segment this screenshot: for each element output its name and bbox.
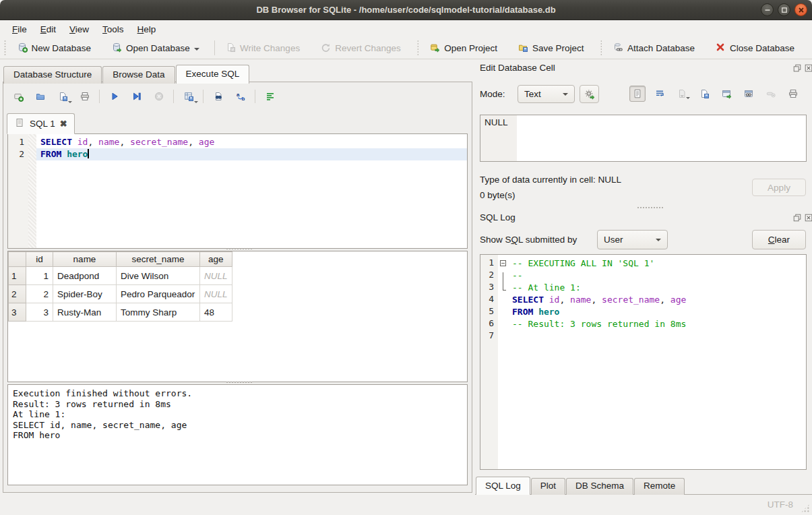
text-mode-button[interactable] [629,86,646,102]
cell-value-area[interactable] [517,115,806,161]
column-header-name[interactable]: name [53,252,117,267]
export-data-button[interactable] [718,86,735,102]
menu-file[interactable]: File [5,23,34,36]
sql-log-view[interactable]: 1234567 -- EXECUTING ALL IN 'SQL 1'---- … [480,254,807,470]
save-sql-file-button[interactable] [53,88,71,105]
execution-message[interactable]: Execution finished without errors. Resul… [7,384,468,485]
open-project-button[interactable]: Open Project [424,40,503,57]
menu-edit[interactable]: Edit [34,23,63,36]
window-title: DB Browser for SQLite - /home/user/code/… [0,0,812,20]
save-results-button[interactable] [179,88,197,105]
table-cell[interactable]: Dive Wilson [117,267,200,285]
column-header-secret_name[interactable]: secret_name [117,252,200,267]
find-button[interactable] [209,88,227,105]
corner-header[interactable] [9,252,26,267]
execute-current-line-button[interactable] [127,88,146,105]
revert-changes-icon [320,42,331,55]
menu-view[interactable]: View [63,23,96,36]
apply-button[interactable]: Apply [752,179,806,196]
open-database-button[interactable]: Open Database [106,40,205,57]
table-cell[interactable]: 1 [26,267,53,285]
float-panel-icon[interactable] [792,213,802,222]
column-header-age[interactable]: age [200,252,232,267]
close-button[interactable] [794,3,807,16]
close-database-icon [715,42,726,55]
print-cell-button[interactable] [785,86,801,102]
toolbar-drag-handle [417,40,419,56]
tab-browse-data[interactable]: Browse Data [102,66,175,84]
tab-execute-sql[interactable]: Execute SQL [176,65,250,84]
set-null-button[interactable] [763,86,779,102]
cell-type-info: Type of data currently in cell: NULL [480,175,621,185]
float-panel-icon[interactable] [792,63,802,73]
code-line: SELECT id, name, secret_name, age [36,136,467,148]
word-wrap-button[interactable] [652,86,668,102]
new-database-icon [17,42,28,55]
clear-log-button[interactable]: Clear [752,230,806,249]
open-in-external-button[interactable] [741,86,757,102]
save-project-button[interactable]: Save Project [512,40,590,57]
save-data-button[interactable] [696,86,712,102]
table-cell[interactable]: Rusty-Man [53,303,117,322]
sql-editor[interactable]: 12 SELECT id, name, secret_name, ageFROM… [7,133,468,249]
row-number[interactable]: 3 [9,303,26,322]
sql-log-dock-icons [792,213,812,222]
close-tab-icon[interactable]: ✖ [60,119,67,129]
log-filter-combobox[interactable]: User [597,230,668,249]
sql-doc-tab[interactable]: SQL 1 ✖ [7,113,75,134]
bottom-tab-remote[interactable]: Remote [634,478,685,495]
log-fold-margin [498,255,508,469]
table-cell[interactable]: NULL [200,267,232,285]
execute-all-button[interactable] [105,88,123,105]
mode-combobox[interactable]: Text [518,85,575,103]
revert-changes-button[interactable]: Revert Changes [315,40,406,57]
menu-tools[interactable]: Tools [96,23,131,36]
table-cell[interactable]: Deadpond [53,267,117,285]
format-sql-button[interactable] [261,88,279,105]
log-line-numbers: 1234567 [480,255,498,469]
attach-database-button[interactable]: Attach Database [607,40,700,57]
editor-line-numbers: 12 [8,134,28,248]
minimize-button[interactable] [761,3,774,16]
open-sql-file-button[interactable] [31,88,49,105]
fold-margin-cell [498,297,508,309]
fold-margin-cell [498,321,508,333]
import-data-button[interactable] [674,86,690,102]
table-cell[interactable]: NULL [200,285,232,303]
maximize-button[interactable] [778,3,790,16]
table-cell[interactable]: Tommy Sharp [117,303,200,322]
close-panel-icon[interactable] [804,213,812,222]
sql-editor-toolbar: ab [9,88,283,105]
bottom-tab-plot[interactable]: Plot [531,478,565,495]
print-sql-button[interactable] [75,88,94,105]
menu-help[interactable]: Help [131,23,163,36]
resize-grip-icon[interactable] [801,504,810,513]
row-number[interactable]: 2 [9,285,26,303]
tab-database-structure[interactable]: Database Structure [3,66,102,84]
stop-execution-button[interactable] [150,88,168,105]
edit-cell-dock-icons [792,63,812,73]
column-header-id[interactable]: id [26,252,53,267]
close-database-button[interactable]: Close Database [710,40,800,57]
new-sql-tab-button[interactable] [9,88,27,105]
editor-code: SELECT id, name, secret_name, ageFROM he… [36,134,467,248]
titlebar[interactable]: DB Browser for SQLite - /home/user/code/… [0,0,812,20]
write-changes-button[interactable]: Write Changes [220,40,305,57]
table-cell[interactable]: Spider-Boy [53,285,117,303]
splitter-grip[interactable] [637,206,664,210]
fold-marker-icon[interactable] [498,260,508,272]
table-cell[interactable]: 48 [200,303,232,322]
find-replace-button[interactable]: ab [231,88,249,105]
row-number[interactable]: 1 [9,267,26,285]
cell-value-editor[interactable]: NULL [480,115,807,162]
sql-doc-tabbar: SQL 1 ✖ [7,113,75,134]
new-database-button[interactable]: New Database [11,40,97,57]
bottom-tab-sql-log[interactable]: SQL Log [476,477,530,495]
table-cell[interactable]: 3 [26,303,53,322]
apply-mode-button[interactable] [580,85,599,103]
app-window: DB Browser for SQLite - /home/user/code/… [0,0,812,515]
table-cell[interactable]: 2 [26,285,53,303]
close-panel-icon[interactable] [804,63,812,73]
table-cell[interactable]: Pedro Parqueador [117,285,200,303]
bottom-tab-db-schema[interactable]: DB Schema [566,478,633,495]
